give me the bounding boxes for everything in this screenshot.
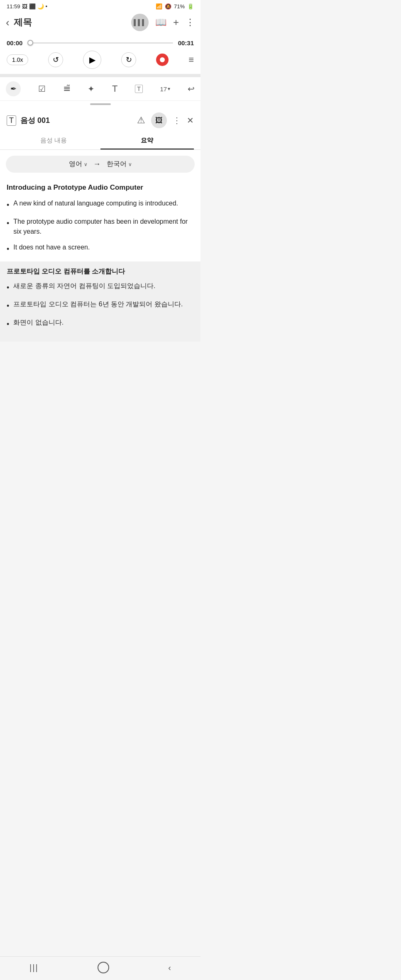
back-button[interactable]: ‹	[6, 16, 10, 29]
target-language-dropdown[interactable]: 한국어 ∨	[107, 160, 132, 169]
translation-dot-3: •	[7, 319, 9, 330]
status-bar: 11:59 🖼 ⬛ 🌙 • 📶 🔕 71% 🔋	[0, 0, 200, 11]
progress-handle[interactable]	[27, 40, 33, 46]
card-header-actions: ⚠ 🖼 ⋮ ✕	[137, 112, 194, 128]
current-time: 00:00	[7, 39, 23, 46]
bullet-text-2: The prototype audio computer has been in…	[13, 217, 194, 237]
pencil-tool-button[interactable]: ✒	[6, 81, 21, 96]
source-language: 영어	[69, 160, 82, 169]
translation-dot-1: •	[7, 282, 9, 293]
gallery-icon: 🖼	[22, 3, 27, 10]
summary-title: Introducing a Prototype Audio Computer	[7, 183, 194, 193]
forward-button[interactable]: ↻	[121, 52, 136, 67]
playback-speed-button[interactable]: 1.0x	[7, 54, 28, 65]
translation-item-3: • 화면이 없습니다.	[7, 318, 194, 330]
sparkle-icon[interactable]: ✦	[88, 84, 95, 94]
nav-left: ‹ 제목	[6, 16, 32, 29]
top-nav: ‹ 제목 ▌▌▌ 📖 + ⋮	[0, 11, 200, 35]
bullet-item-1: • A new kind of natural language computi…	[7, 198, 194, 211]
text-box-icon[interactable]: T	[135, 85, 143, 93]
record-button[interactable]	[156, 54, 169, 66]
source-language-dropdown[interactable]: 영어 ∨	[69, 160, 88, 169]
translation-text-3: 화면이 없습니다.	[13, 318, 64, 327]
checkbox-icon[interactable]: ☑	[38, 84, 46, 94]
section-divider	[0, 74, 200, 77]
audio-progress-bar: 00:00 00:31	[0, 35, 200, 48]
card-title-row: T 음성 001	[7, 115, 50, 126]
status-right: 📶 🔕 71% 🔋	[156, 3, 194, 10]
tab-summary-label: 요약	[141, 137, 153, 144]
audio-waveform-button[interactable]: ▌▌▌	[131, 14, 149, 31]
image-share-button[interactable]: 🖼	[151, 112, 167, 128]
dot-icon: •	[46, 3, 48, 10]
forward-icon: ↻	[126, 55, 132, 64]
formatting-toolbar: ✒ ☑ ≡̃ ✦ T T 17 ▾ ↩	[0, 77, 200, 101]
page-title: 제목	[14, 16, 32, 29]
translation-title: 프로토타입 오디오 컴퓨터를 소개합니다	[7, 267, 194, 276]
language-selector[interactable]: 영어 ∨ → 한국어 ∨	[6, 156, 195, 173]
summary-bullet-list: • A new kind of natural language computi…	[7, 198, 194, 255]
summary-content: Introducing a Prototype Audio Computer •…	[0, 176, 200, 255]
record-dot	[160, 57, 165, 62]
text-block-icon: T	[7, 115, 16, 126]
font-size-value: 17	[160, 86, 167, 93]
translation-box: 프로토타입 오디오 컴퓨터를 소개합니다 • 새로운 종류의 자연어 컴퓨팅이 …	[0, 261, 200, 342]
rewind-icon: ↺	[53, 55, 59, 64]
translation-item-1: • 새로운 종류의 자연어 컴퓨팅이 도입되었습니다.	[7, 281, 194, 293]
bullet-dot-1: •	[7, 200, 9, 211]
battery-percent: 71%	[174, 3, 185, 10]
play-icon: ▶	[89, 55, 95, 65]
progress-track[interactable]	[27, 42, 173, 44]
source-dropdown-icon: ∨	[84, 161, 88, 167]
waveform-icon: ▌▌▌	[134, 19, 146, 26]
play-button[interactable]: ▶	[83, 51, 101, 69]
dnd-icon: 🔕	[165, 3, 171, 10]
card-more-button[interactable]: ⋮	[173, 115, 181, 125]
bullet-dot-3: •	[7, 244, 9, 255]
tab-voice-content[interactable]: 음성 내용	[7, 132, 100, 149]
alert-icon[interactable]: ⚠	[137, 115, 145, 126]
bottom-spacer	[0, 342, 200, 371]
card-header: T 음성 001 ⚠ 🖼 ⋮ ✕	[0, 107, 200, 132]
translation-text-1: 새로운 종류의 자연어 컴퓨팅이 도입되었습니다.	[13, 281, 155, 291]
translation-list: • 새로운 종류의 자연어 컴퓨팅이 도입되었습니다. • 프로토타입 오디오 …	[7, 281, 194, 330]
add-button[interactable]: +	[173, 17, 179, 28]
tab-summary[interactable]: 요약	[100, 132, 194, 149]
card-close-button[interactable]: ✕	[187, 115, 194, 125]
bullet-item-2: • The prototype audio computer has been …	[7, 217, 194, 237]
translation-item-2: • 프로토타입 오디오 컴퓨터는 6년 동안 개발되어 왔습니다.	[7, 299, 194, 312]
undo-button[interactable]: ↩	[188, 84, 195, 94]
direction-arrow: →	[93, 160, 101, 169]
audio-controls: 1.0x ↺ ▶ ↻ ≡	[0, 48, 200, 74]
wifi-icon: 📶	[156, 3, 162, 10]
image-icon: 🖼	[155, 116, 163, 125]
card-title: 음성 001	[20, 115, 50, 125]
more-options-button[interactable]: ⋮	[186, 17, 195, 28]
total-time: 00:31	[177, 39, 194, 46]
translation-text-2: 프로토타입 오디오 컴퓨터는 6년 동안 개발되어 왔습니다.	[13, 299, 183, 309]
book-icon[interactable]: 📖	[155, 17, 166, 28]
tab-voice-label: 음성 내용	[40, 137, 67, 144]
bullet-text-3: It does not have a screen.	[13, 242, 90, 252]
translation-dot-2: •	[7, 301, 9, 312]
font-size-selector[interactable]: 17 ▾	[160, 86, 171, 93]
target-language: 한국어	[107, 160, 127, 169]
dnd-icon: 🌙	[37, 3, 44, 10]
scroll-indicator	[0, 101, 200, 107]
bullet-text-1: A new kind of natural language computing…	[13, 198, 178, 208]
rewind-button[interactable]: ↺	[48, 52, 63, 67]
nav-right: ▌▌▌ 📖 + ⋮	[131, 14, 195, 31]
bullet-dot-2: •	[7, 218, 9, 229]
text-format-icon[interactable]: T	[112, 83, 117, 94]
status-left: 11:59 🖼 ⬛ 🌙 •	[7, 3, 47, 10]
target-dropdown-icon: ∨	[128, 161, 132, 167]
content-tabs: 음성 내용 요약	[0, 132, 200, 150]
list-icon[interactable]: ≡	[188, 54, 194, 65]
screen-icon: ⬛	[29, 3, 36, 10]
battery-icon: 🔋	[187, 3, 194, 10]
voice-card: T 음성 001 ⚠ 🖼 ⋮ ✕ 음성 내용 요약 영어 ∨ → 한국어 ∨	[0, 107, 200, 342]
text-size-icon[interactable]: ≡̃	[63, 83, 71, 94]
font-size-dropdown-icon: ▾	[168, 86, 170, 92]
status-time: 11:59	[7, 3, 20, 10]
bullet-item-3: • It does not have a screen.	[7, 242, 194, 255]
